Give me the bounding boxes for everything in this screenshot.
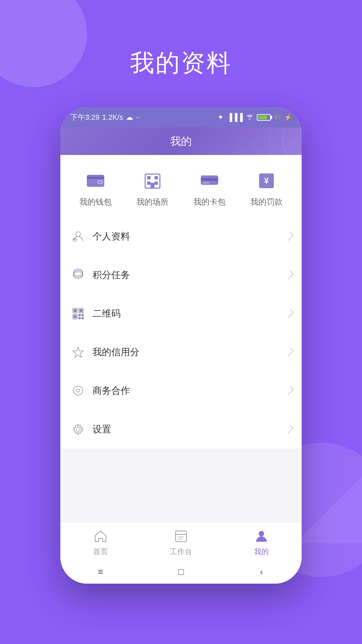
svg-rect-33 xyxy=(79,314,80,316)
quick-item-card[interactable]: 我的卡包 xyxy=(193,168,226,207)
profile-nav-icon xyxy=(253,528,270,545)
svg-rect-12 xyxy=(147,181,150,185)
menu-label-personal: 个人资料 xyxy=(93,230,130,243)
status-right: ✦ ▐▐▐ 87 ⚡ xyxy=(218,113,292,122)
menu-item-credit[interactable]: 我的信用分 xyxy=(70,333,292,372)
workbench-nav-icon xyxy=(173,528,189,545)
menu-label-settings: 设置 xyxy=(93,423,111,436)
charging-icon: ⚡ xyxy=(284,114,292,121)
quick-item-fine[interactable]: ¥ 我的罚款 xyxy=(250,168,283,207)
building-icon xyxy=(139,168,166,192)
quick-item-venue[interactable]: 我的场所 xyxy=(136,168,169,207)
android-nav: ≡ □ ‹ xyxy=(60,560,302,584)
menu-item-credit-left: 我的信用分 xyxy=(70,344,139,360)
menu-item-business[interactable]: 商务合作 xyxy=(70,372,292,410)
status-left: 下午3:29 1.2K/s ☁ ·· xyxy=(70,112,140,122)
wallet-icon xyxy=(82,168,109,192)
nav-label-home: 首页 xyxy=(93,547,108,557)
quick-access-section: 我的钱包 我的场所 xyxy=(60,155,302,217)
status-network-icon: ☁ xyxy=(126,113,133,122)
bg-decoration-triangle xyxy=(295,476,362,543)
svg-rect-10 xyxy=(147,176,150,179)
svg-point-42 xyxy=(259,531,264,536)
status-dots: ·· xyxy=(136,113,140,122)
phone-mockup: 下午3:29 1.2K/s ☁ ·· ✦ ▐▐▐ 87 ⚡ xyxy=(60,107,302,584)
chevron-qrcode xyxy=(285,309,294,318)
svg-rect-16 xyxy=(201,178,218,181)
chevron-credit xyxy=(285,348,294,357)
status-bar: 下午3:29 1.2K/s ☁ ·· ✦ ▐▐▐ 87 ⚡ xyxy=(60,107,302,127)
app-header: 我的 xyxy=(60,127,302,155)
chevron-settings xyxy=(285,425,294,434)
menu-item-personal[interactable]: 个人资料 xyxy=(70,217,292,256)
status-time: 下午3:29 xyxy=(70,112,100,122)
svg-rect-6 xyxy=(87,177,104,179)
battery-level: 87 xyxy=(274,114,281,121)
nav-label-profile: 我的 xyxy=(254,547,269,557)
menu-item-points-left: 积分任务 xyxy=(70,267,130,283)
menu-label-credit: 我的信用分 xyxy=(93,346,139,359)
wifi-icon xyxy=(246,113,253,122)
nav-item-workbench[interactable]: 工作台 xyxy=(161,528,201,557)
scrollable-area: 我的 xyxy=(60,127,302,522)
menu-item-settings-left: 设置 xyxy=(70,422,111,437)
quick-label-wallet: 我的钱包 xyxy=(79,197,112,207)
svg-rect-11 xyxy=(155,176,158,179)
settings-icon xyxy=(70,422,86,437)
android-menu-btn[interactable]: ≡ xyxy=(92,564,109,580)
nav-label-workbench: 工作台 xyxy=(170,547,192,557)
quick-item-wallet[interactable]: 我的钱包 xyxy=(79,168,112,207)
card-icon xyxy=(196,168,223,192)
bluetooth-icon: ✦ xyxy=(218,113,224,122)
svg-point-20 xyxy=(76,232,80,236)
menu-label-points: 积分任务 xyxy=(93,269,130,281)
svg-point-37 xyxy=(76,427,80,431)
quick-label-venue: 我的场所 xyxy=(136,197,169,207)
menu-label-qrcode: 二维码 xyxy=(93,307,121,320)
android-home-btn[interactable]: □ xyxy=(173,564,189,580)
svg-rect-34 xyxy=(82,314,83,316)
svg-rect-32 xyxy=(74,315,76,318)
menu-item-business-left: 商务合作 xyxy=(70,383,130,398)
svg-rect-30 xyxy=(80,309,82,312)
home-nav-icon xyxy=(92,528,109,545)
battery-fill xyxy=(258,115,267,119)
svg-rect-17 xyxy=(203,182,209,183)
menu-list: 个人资料 xyxy=(60,217,302,448)
svg-rect-28 xyxy=(74,309,76,312)
bottom-spacer xyxy=(60,448,302,522)
business-icon xyxy=(70,383,86,398)
svg-rect-14 xyxy=(150,183,155,188)
fine-icon: ¥ xyxy=(253,168,280,192)
credit-icon xyxy=(70,344,86,360)
svg-rect-13 xyxy=(155,181,158,185)
menu-item-points[interactable]: 积分任务 xyxy=(70,256,292,294)
quick-label-fine: 我的罚款 xyxy=(250,197,283,207)
svg-point-8 xyxy=(99,181,101,183)
svg-rect-35 xyxy=(79,317,80,319)
points-icon xyxy=(70,267,86,283)
menu-label-business: 商务合作 xyxy=(93,384,130,397)
menu-item-settings[interactable]: 设置 xyxy=(70,410,292,448)
chevron-personal xyxy=(285,232,294,241)
bottom-nav: 首页 工作台 xyxy=(60,522,302,560)
signal-icon: ▐▐▐ xyxy=(227,113,243,122)
chevron-business xyxy=(285,386,294,395)
menu-item-personal-left: 个人资料 xyxy=(70,229,130,244)
battery-indicator xyxy=(257,114,271,121)
android-back-btn[interactable]: ‹ xyxy=(253,564,270,580)
svg-rect-38 xyxy=(176,531,186,542)
svg-point-23 xyxy=(73,270,83,277)
svg-text:¥: ¥ xyxy=(264,176,269,185)
status-network: 1.2K/s xyxy=(102,113,123,122)
nav-item-home[interactable]: 首页 xyxy=(80,528,121,557)
nav-item-profile[interactable]: 我的 xyxy=(241,528,282,557)
person-icon xyxy=(70,229,86,244)
svg-rect-36 xyxy=(82,317,83,319)
chevron-points xyxy=(285,271,294,280)
menu-item-qrcode[interactable]: 二维码 xyxy=(70,294,292,333)
menu-item-qrcode-left: 二维码 xyxy=(70,306,121,321)
qrcode-icon xyxy=(70,306,86,321)
quick-label-card: 我的卡包 xyxy=(193,197,226,207)
header-wave-decoration xyxy=(218,127,302,155)
